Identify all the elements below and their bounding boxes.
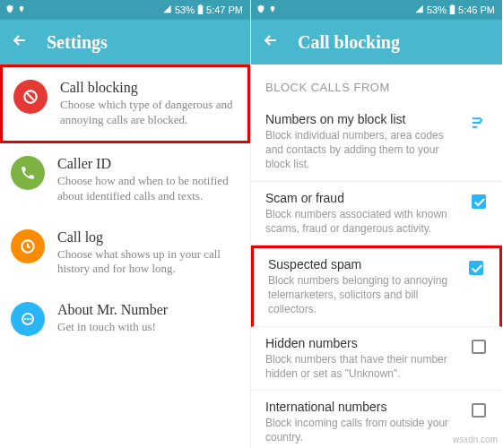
svg-rect-0 xyxy=(198,5,204,14)
settings-list: Call blocking Choose which type of dange… xyxy=(0,65,250,448)
battery-icon xyxy=(197,4,204,16)
item-title: Hidden numbers xyxy=(265,336,459,350)
item-desc: Block numbers associated with known scam… xyxy=(265,207,459,236)
checkbox[interactable] xyxy=(472,403,486,418)
item-desc: Block numbers belonging to annoying tele… xyxy=(268,273,456,317)
settings-item-call-log[interactable]: Call log Choose what shows up in your ca… xyxy=(0,217,250,290)
back-button[interactable] xyxy=(11,31,29,53)
block-list: BLOCK CALLS FROM Numbers on my block lis… xyxy=(251,65,502,448)
item-desc: Choose what shows up in your call histor… xyxy=(57,247,239,278)
item-title: Scam or fraud xyxy=(265,191,459,205)
chat-icon xyxy=(11,302,45,336)
item-title: International numbers xyxy=(265,400,459,414)
svg-point-7 xyxy=(28,319,29,320)
svg-line-3 xyxy=(27,93,34,100)
checkbox[interactable] xyxy=(469,261,483,275)
watermark: wsxdn.com xyxy=(453,435,498,444)
app-bar: Call blocking xyxy=(251,20,502,65)
section-header: BLOCK CALLS FROM xyxy=(251,65,502,103)
block-item-my-list[interactable]: Numbers on my block list Block individua… xyxy=(251,103,502,182)
item-title: About Mr. Number xyxy=(57,302,239,318)
block-icon xyxy=(13,80,48,114)
settings-item-about[interactable]: About Mr. Number Get in touch with us! xyxy=(0,289,250,349)
block-item-scam[interactable]: Scam or fraud Block numbers associated w… xyxy=(251,182,502,246)
svg-rect-9 xyxy=(450,5,455,14)
clock-text: 5:46 PM xyxy=(458,4,495,15)
svg-point-6 xyxy=(25,319,26,320)
svg-rect-10 xyxy=(451,4,453,5)
shield-icon xyxy=(256,4,265,15)
phone-icon xyxy=(11,156,45,190)
call-blocking-screen: 53% 5:46 PM Call blocking BLOCK CALLS FR… xyxy=(251,0,502,448)
battery-icon xyxy=(449,4,455,16)
settings-screen: 53% 5:47 PM Settings Call blocking Choos… xyxy=(0,0,251,448)
status-bar: 53% 5:46 PM xyxy=(251,0,502,20)
item-desc: Block individual numbers, area codes and… xyxy=(265,128,459,172)
block-item-spam[interactable]: Suspected spam Block numbers belonging t… xyxy=(251,246,502,327)
page-title: Settings xyxy=(47,32,108,53)
signal-icon xyxy=(414,4,424,15)
settings-item-call-blocking[interactable]: Call blocking Choose which type of dange… xyxy=(0,65,250,143)
item-title: Numbers on my block list xyxy=(265,112,459,126)
history-icon xyxy=(11,229,45,263)
page-title: Call blocking xyxy=(298,32,400,53)
item-title: Call log xyxy=(57,229,239,246)
edit-list-icon[interactable] xyxy=(468,112,490,130)
marker-icon xyxy=(18,4,25,15)
app-bar: Settings xyxy=(0,20,250,65)
status-bar: 53% 5:47 PM xyxy=(0,0,250,20)
marker-icon xyxy=(269,4,276,15)
clock-text: 5:47 PM xyxy=(206,4,243,15)
item-title: Call blocking xyxy=(60,80,237,96)
battery-pct: 53% xyxy=(175,4,195,15)
item-desc: Block incoming calls from outside your c… xyxy=(265,416,459,444)
item-desc: Get in touch with us! xyxy=(57,320,239,335)
checkbox[interactable] xyxy=(472,340,486,354)
item-desc: Choose which type of dangerous and annoy… xyxy=(60,98,237,128)
item-title: Caller ID xyxy=(57,156,239,172)
checkbox[interactable] xyxy=(472,194,486,209)
item-desc: Choose how and when to be notified about… xyxy=(57,174,239,204)
settings-item-caller-id[interactable]: Caller ID Choose how and when to be noti… xyxy=(0,143,250,217)
shield-icon xyxy=(5,4,14,15)
signal-icon xyxy=(162,4,172,15)
svg-point-8 xyxy=(30,319,31,320)
block-item-hidden[interactable]: Hidden numbers Block numbers that have t… xyxy=(251,327,502,391)
svg-rect-1 xyxy=(199,4,201,5)
item-title: Suspected spam xyxy=(268,257,456,271)
battery-pct: 53% xyxy=(427,4,447,15)
back-button[interactable] xyxy=(262,31,280,53)
item-desc: Block numbers that have their number hid… xyxy=(265,352,459,381)
